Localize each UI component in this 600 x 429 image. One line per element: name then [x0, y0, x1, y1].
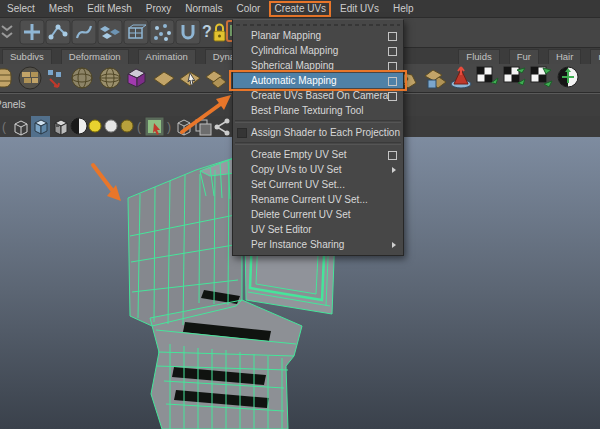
- option-box-icon[interactable]: [388, 62, 397, 71]
- menu-normals[interactable]: Normals: [178, 1, 229, 16]
- edit-points-icon[interactable]: [46, 20, 70, 44]
- question-icon[interactable]: ?: [202, 23, 212, 40]
- faces-icon[interactable]: [98, 20, 122, 44]
- shelf-planes-blue-icon[interactable]: [425, 70, 446, 88]
- move-cross-icon[interactable]: [20, 20, 44, 44]
- curve-icon[interactable]: [72, 20, 96, 44]
- share-icon[interactable]: [215, 119, 230, 136]
- shelf-sphere-bricks-icon[interactable]: [19, 67, 41, 89]
- menu-separator: [235, 120, 401, 123]
- menu-item-label: Spherical Mapping: [251, 60, 334, 71]
- menu-mesh[interactable]: Mesh: [42, 1, 80, 16]
- shelf-uv-spherical-icon[interactable]: [531, 67, 552, 87]
- menu-item-spherical-mapping[interactable]: Spherical Mapping: [233, 58, 403, 73]
- menu-item-label: Assign Shader to Each Projection: [251, 127, 400, 138]
- xray-icon[interactable]: [196, 120, 211, 135]
- menu-item-assign-shader-to-each-projection[interactable]: Assign Shader to Each Projection: [233, 125, 403, 140]
- main-menu-bar: Select Mesh Edit Mesh Proxy Normals Colo…: [0, 0, 600, 18]
- option-box-icon[interactable]: [388, 151, 397, 160]
- tab-subdivs[interactable]: Subdivs: [2, 49, 52, 64]
- shelf-plane-cursor-icon[interactable]: [180, 72, 200, 86]
- menu-item-label: Delete Current UV Set: [251, 209, 351, 220]
- separator: (: [2, 120, 6, 134]
- tab-fur[interactable]: Fur: [509, 49, 539, 64]
- menu-separator: [235, 142, 401, 145]
- option-box-icon[interactable]: [388, 32, 397, 41]
- menu-select[interactable]: Select: [0, 1, 42, 16]
- shelf-wire-sphere-2-icon[interactable]: [100, 68, 120, 88]
- shadows-icon[interactable]: [121, 120, 133, 132]
- shelf-plane-fold-icon[interactable]: [206, 71, 226, 88]
- shelf-barrel-icon[interactable]: [0, 69, 11, 87]
- separator: (: [137, 120, 141, 134]
- menu-item-uv-set-editor[interactable]: UV Set Editor: [233, 222, 403, 237]
- shelf-uv-cylindrical-icon[interactable]: [504, 67, 525, 85]
- shelf-wire-sphere-icon[interactable]: [72, 68, 92, 88]
- default-light-icon[interactable]: [89, 120, 101, 132]
- menu-item-label: Copy UVs to UV Set: [251, 164, 342, 175]
- menu-item-label: UV Set Editor: [251, 224, 312, 235]
- option-box-icon[interactable]: [388, 47, 397, 56]
- tab-animation[interactable]: Animation: [138, 49, 196, 64]
- menu-item-delete-current-uv-set[interactable]: Delete Current UV Set: [233, 207, 403, 222]
- shelf-plane-icon[interactable]: [154, 72, 174, 86]
- shelf-uv-planar-icon[interactable]: [477, 67, 498, 84]
- shaded-cube-icon[interactable]: [31, 116, 50, 137]
- collapse-chevrons-icon[interactable]: [2, 26, 12, 37]
- wireframe-cube-icon[interactable]: [15, 121, 27, 135]
- lattice-icon[interactable]: [124, 20, 148, 44]
- shelf-projection-cone-icon[interactable]: [451, 67, 471, 88]
- menu-item-copy-uvs-to-uv-set[interactable]: Copy UVs to UV Set: [233, 162, 403, 177]
- maya-window: Select Mesh Edit Mesh Proxy Normals Colo…: [0, 0, 600, 429]
- option-box-icon[interactable]: [388, 77, 397, 86]
- svg-text:?: ?: [202, 23, 212, 40]
- shelf-uv-automatic-icon[interactable]: [558, 67, 578, 87]
- menu-item-label: Cylindrical Mapping: [251, 45, 338, 56]
- menu-proxy[interactable]: Proxy: [139, 1, 179, 16]
- menu-create-uvs[interactable]: Create UVs: [269, 1, 331, 17]
- tearoff-handle[interactable]: [236, 22, 400, 27]
- menu-item-cylindrical-mapping[interactable]: Cylindrical Mapping: [233, 43, 403, 58]
- lock-icon[interactable]: [214, 25, 225, 42]
- menu-item-label: Create Empty UV Set: [251, 149, 347, 160]
- menu-item-planar-mapping[interactable]: Planar Mapping: [233, 28, 403, 43]
- menu-color[interactable]: Color: [230, 1, 268, 16]
- menu-item-automatic-mapping[interactable]: Automatic Mapping: [233, 73, 403, 88]
- menu-item-label: Per Instance Sharing: [251, 239, 344, 250]
- menu-item-label: Set Current UV Set...: [251, 179, 345, 190]
- submenu-arrow-icon: [392, 242, 396, 248]
- checkbox-icon[interactable]: [237, 128, 247, 138]
- menu-item-label: Planar Mapping: [251, 30, 321, 41]
- separator: ): [167, 120, 171, 134]
- option-box-icon[interactable]: [388, 92, 397, 101]
- points-cloud-icon[interactable]: [150, 20, 174, 44]
- tab-ncloth[interactable]: nCloth: [590, 49, 600, 64]
- tab-fluids[interactable]: Fluids: [458, 49, 499, 64]
- checker-sphere-icon[interactable]: [71, 118, 87, 134]
- menu-item-best-plane-texturing-tool[interactable]: Best Plane Texturing Tool: [233, 103, 403, 118]
- menu-item-per-instance-sharing[interactable]: Per Instance Sharing: [233, 237, 403, 252]
- submenu-arrow-icon: [392, 167, 396, 173]
- isolate-select-icon[interactable]: [145, 117, 164, 136]
- menu-item-label: Automatic Mapping: [251, 75, 337, 86]
- menu-item-create-uvs-based-on-camera[interactable]: Create UVs Based On Camera: [233, 88, 403, 103]
- snap-magnet-icon[interactable]: [176, 20, 200, 44]
- all-lights-icon[interactable]: [105, 120, 117, 132]
- tab-deformation[interactable]: Deformation: [61, 49, 129, 64]
- menu-item-rename-current-uv-set[interactable]: Rename Current UV Set...: [233, 192, 403, 207]
- tab-hair[interactable]: Hair: [548, 49, 581, 64]
- shelf-components-icon[interactable]: [48, 70, 61, 87]
- menu-item-label: Rename Current UV Set...: [251, 194, 368, 205]
- menu-item-label: Create UVs Based On Camera: [251, 90, 388, 101]
- shelf-purple-cube-icon[interactable]: [128, 69, 145, 87]
- menu-help[interactable]: Help: [386, 1, 421, 16]
- textured-cube-icon[interactable]: [55, 120, 67, 135]
- create-uvs-menu: Planar Mapping Cylindrical Mapping Spher…: [232, 19, 404, 256]
- menu-edit-mesh[interactable]: Edit Mesh: [80, 1, 138, 16]
- menu-item-set-current-uv-set[interactable]: Set Current UV Set...: [233, 177, 403, 192]
- menu-edit-uvs[interactable]: Edit UVs: [333, 1, 386, 16]
- wire-on-shaded-icon[interactable]: [178, 120, 190, 135]
- panels-menu[interactable]: Panels: [0, 99, 26, 110]
- menu-item-label: Best Plane Texturing Tool: [251, 105, 363, 116]
- menu-item-create-empty-uv-set[interactable]: Create Empty UV Set: [233, 147, 403, 162]
